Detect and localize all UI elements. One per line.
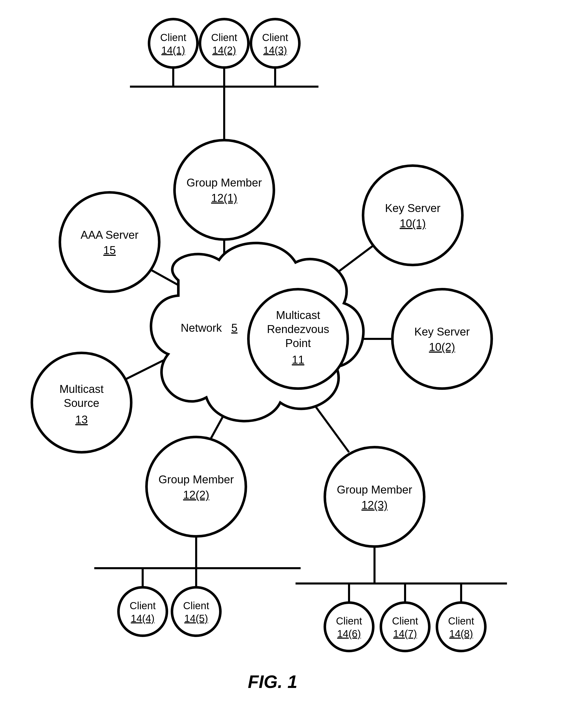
client-7: Client 14(7) — [381, 603, 429, 651]
svg-line-8 — [334, 245, 374, 275]
svg-text:11: 11 — [292, 353, 304, 366]
svg-text:14(6): 14(6) — [337, 628, 361, 639]
svg-text:Source: Source — [64, 397, 99, 409]
svg-text:10(1): 10(1) — [400, 217, 426, 230]
svg-text:Key Server: Key Server — [414, 326, 470, 338]
svg-point-45 — [325, 447, 424, 546]
client-3: Client 14(3) — [251, 19, 299, 67]
svg-point-33 — [363, 166, 462, 265]
network-label: Network — [181, 321, 222, 334]
group-member-3: Group Member 12(3) — [325, 447, 424, 546]
group-member-2: Group Member 12(2) — [146, 437, 246, 536]
svg-text:Key Server: Key Server — [385, 202, 440, 214]
svg-text:Group Member: Group Member — [186, 176, 262, 189]
network-diagram: Network 5 Multicast Rendezvous Point 11 … — [0, 0, 588, 704]
svg-text:12(1): 12(1) — [211, 192, 237, 204]
svg-text:Client: Client — [160, 32, 186, 43]
aaa-server: AAA Server 15 — [60, 192, 159, 292]
client-4: Client 14(4) — [118, 587, 167, 636]
client-8: Client 14(8) — [437, 603, 485, 651]
svg-point-26 — [60, 192, 159, 292]
svg-text:14(2): 14(2) — [212, 45, 236, 56]
svg-text:14(3): 14(3) — [263, 45, 287, 56]
svg-text:Client: Client — [448, 615, 474, 627]
svg-text:AAA Server: AAA Server — [80, 229, 138, 241]
svg-line-11 — [311, 400, 349, 452]
svg-point-69 — [437, 603, 485, 651]
svg-text:Point: Point — [285, 337, 311, 349]
svg-point-66 — [381, 603, 429, 651]
svg-text:Client: Client — [211, 32, 237, 43]
client-5: Client 14(5) — [172, 587, 220, 636]
svg-text:Multicast: Multicast — [276, 309, 320, 321]
svg-point-48 — [149, 19, 197, 67]
svg-text:Rendezvous: Rendezvous — [267, 323, 330, 335]
client-1: Client 14(1) — [149, 19, 197, 67]
svg-text:14(4): 14(4) — [131, 613, 155, 624]
svg-point-51 — [200, 19, 248, 67]
svg-text:13: 13 — [75, 413, 88, 426]
multicast-source: Multicast Source 13 — [32, 353, 131, 452]
svg-text:14(7): 14(7) — [393, 628, 417, 639]
svg-text:10(2): 10(2) — [429, 341, 455, 353]
svg-text:Group Member: Group Member — [337, 483, 412, 496]
client-6: Client 14(6) — [325, 603, 373, 651]
network-ref: 5 — [231, 321, 237, 334]
svg-text:Client: Client — [130, 600, 156, 611]
svg-text:14(5): 14(5) — [184, 613, 208, 624]
svg-point-42 — [146, 437, 246, 536]
multicast-rendezvous-point: Multicast Rendezvous Point 11 — [248, 289, 348, 389]
svg-point-63 — [325, 603, 373, 651]
svg-text:Multicast: Multicast — [59, 383, 104, 395]
key-server-1: Key Server 10(1) — [363, 166, 462, 265]
svg-point-39 — [175, 140, 274, 239]
figure-label: FIG. 1 — [248, 672, 297, 692]
svg-point-36 — [392, 289, 492, 389]
svg-text:14(1): 14(1) — [161, 45, 185, 56]
svg-point-54 — [251, 19, 299, 67]
svg-text:Group Member: Group Member — [159, 473, 234, 486]
group-member-1: Group Member 12(1) — [175, 140, 274, 239]
key-server-2: Key Server 10(2) — [392, 289, 492, 389]
svg-text:12(3): 12(3) — [361, 498, 388, 511]
svg-text:14(8): 14(8) — [449, 628, 473, 639]
svg-text:Client: Client — [183, 600, 209, 611]
svg-text:Client: Client — [262, 32, 288, 43]
svg-text:12(2): 12(2) — [183, 488, 210, 501]
client-2: Client 14(2) — [200, 19, 248, 67]
svg-point-60 — [172, 587, 220, 636]
svg-text:Client: Client — [336, 615, 362, 627]
svg-point-57 — [118, 587, 167, 636]
svg-text:Client: Client — [392, 615, 418, 627]
svg-text:15: 15 — [104, 244, 116, 256]
